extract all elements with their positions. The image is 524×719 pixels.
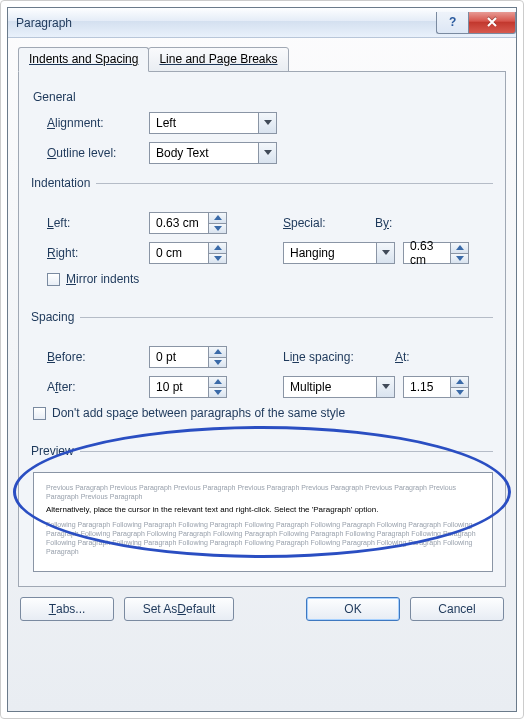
tab-strip: Indents and Spacing Line and Page Breaks: [18, 46, 506, 72]
set-default-button[interactable]: Set As Default: [124, 597, 234, 621]
help-icon: ?: [448, 16, 458, 28]
indent-left-value: 0.63 cm: [150, 216, 208, 230]
no-add-label: Don't add space between paragraphs of th…: [52, 406, 345, 420]
preview-box: Previous Paragraph Previous Paragraph Pr…: [33, 472, 493, 572]
spacing-group: Spacing Before: 0 pt Line spacing: At: A…: [33, 310, 493, 428]
indent-left-label: Left:: [47, 216, 141, 230]
spin-down-icon[interactable]: [451, 254, 468, 264]
indentation-group: Indentation Left: 0.63 cm Special: By: R…: [33, 176, 493, 294]
tab-linepage-label: Line and Page Breaks: [159, 52, 277, 66]
outline-label: Outline level:: [47, 146, 141, 160]
preview-main-text: Alternatively, place the cursor in the r…: [46, 505, 480, 515]
spacing-at-value: 1.15: [404, 380, 450, 394]
preview-heading: Preview: [31, 444, 80, 458]
alignment-label: Alignment:: [47, 116, 141, 130]
tab-indents-spacing[interactable]: Indents and Spacing: [18, 47, 149, 72]
preview-next-text: Following Paragraph Following Paragraph …: [46, 520, 480, 556]
outline-value: Body Text: [150, 146, 258, 160]
chevron-down-icon: [376, 243, 394, 263]
spin-down-icon[interactable]: [209, 388, 226, 398]
no-add-space-check[interactable]: Don't add space between paragraphs of th…: [33, 406, 493, 420]
indent-left-spinner[interactable]: 0.63 cm: [149, 212, 227, 234]
indent-by-label: By:: [375, 216, 435, 230]
titlebar[interactable]: Paragraph ?: [8, 8, 516, 38]
alignment-combo[interactable]: Left: [149, 112, 277, 134]
tab-panel-indents: General Alignment: Left Outline level: B…: [18, 72, 506, 587]
tabs-button[interactable]: Tabs...: [20, 597, 114, 621]
indent-right-label: Right:: [47, 246, 141, 260]
indent-special-combo[interactable]: Hanging: [283, 242, 395, 264]
screenshot-frame: Paragraph ? Indents and Spacing Line and…: [0, 0, 524, 719]
indent-right-value: 0 cm: [150, 246, 208, 260]
close-button[interactable]: [468, 12, 516, 34]
alignment-value: Left: [150, 116, 258, 130]
outline-combo[interactable]: Body Text: [149, 142, 277, 164]
window-title: Paragraph: [16, 16, 436, 30]
help-button[interactable]: ?: [436, 12, 468, 34]
svg-text:?: ?: [449, 16, 456, 28]
checkbox-icon: [33, 407, 46, 420]
spacing-before-value: 0 pt: [150, 350, 208, 364]
spacing-before-label: Before:: [47, 350, 141, 364]
tab-line-page-breaks[interactable]: Line and Page Breaks: [148, 47, 288, 72]
indent-by-value: 0.63 cm: [404, 239, 450, 267]
line-spacing-label: Line spacing:: [283, 350, 387, 364]
checkbox-icon: [47, 273, 60, 286]
preview-prev-text: Previous Paragraph Previous Paragraph Pr…: [46, 483, 480, 501]
spin-up-icon[interactable]: [209, 243, 226, 254]
mirror-indents-check[interactable]: Mirror indents: [47, 272, 493, 286]
indent-right-spinner[interactable]: 0 cm: [149, 242, 227, 264]
cancel-button[interactable]: Cancel: [410, 597, 504, 621]
line-spacing-value: Multiple: [284, 380, 376, 394]
indentation-heading: Indentation: [31, 176, 96, 190]
indent-special-label: Special:: [283, 216, 367, 230]
preview-group: Preview Previous Paragraph Previous Para…: [33, 444, 493, 572]
chevron-down-icon: [258, 113, 276, 133]
general-heading: General: [33, 90, 493, 104]
paragraph-dialog: Paragraph ? Indents and Spacing Line and…: [7, 7, 517, 712]
spin-up-icon[interactable]: [209, 377, 226, 388]
indent-by-spinner[interactable]: 0.63 cm: [403, 242, 469, 264]
spacing-after-spinner[interactable]: 10 pt: [149, 376, 227, 398]
chevron-down-icon: [258, 143, 276, 163]
spacing-at-spinner[interactable]: 1.15: [403, 376, 469, 398]
spacing-before-spinner[interactable]: 0 pt: [149, 346, 227, 368]
spacing-heading: Spacing: [31, 310, 80, 324]
mirror-label: Mirror indents: [66, 272, 139, 286]
close-icon: [486, 16, 498, 28]
chevron-down-icon: [376, 377, 394, 397]
spin-up-icon[interactable]: [451, 377, 468, 388]
spin-up-icon[interactable]: [209, 213, 226, 224]
indent-special-value: Hanging: [284, 246, 376, 260]
spin-down-icon[interactable]: [209, 254, 226, 264]
dialog-button-row: Tabs... Set As Default OK Cancel: [18, 587, 506, 623]
spacing-at-label: At:: [395, 350, 435, 364]
spacing-after-value: 10 pt: [150, 380, 208, 394]
tab-indents-label: Indents and Spacing: [29, 52, 138, 66]
spin-up-icon[interactable]: [451, 243, 468, 254]
line-spacing-combo[interactable]: Multiple: [283, 376, 395, 398]
spin-down-icon[interactable]: [209, 358, 226, 368]
spacing-after-label: After:: [47, 380, 141, 394]
spin-down-icon[interactable]: [209, 224, 226, 234]
spin-up-icon[interactable]: [209, 347, 226, 358]
ok-button[interactable]: OK: [306, 597, 400, 621]
spin-down-icon[interactable]: [451, 388, 468, 398]
